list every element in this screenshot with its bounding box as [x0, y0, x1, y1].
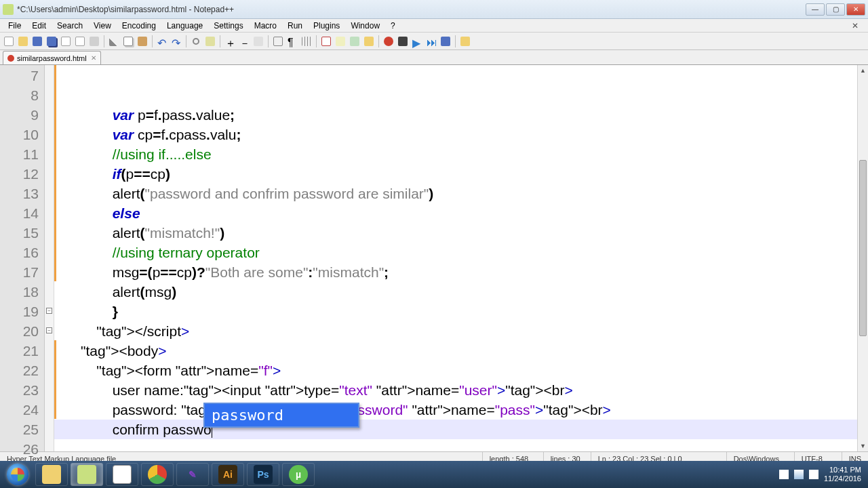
- undo-button[interactable]: ↶: [156, 35, 168, 47]
- menu-bar: FileEditSearchViewEncodingLanguageSettin…: [0, 19, 868, 33]
- redo-button[interactable]: ↷: [170, 35, 182, 47]
- find-button[interactable]: [190, 35, 202, 47]
- task-illustrator[interactable]: Ai: [212, 463, 244, 486]
- wordwrap-button[interactable]: [272, 35, 284, 47]
- stop-macro-button[interactable]: [397, 35, 409, 47]
- close-all-button[interactable]: [74, 35, 86, 47]
- folder-button[interactable]: [363, 35, 375, 47]
- cut-button[interactable]: [108, 35, 120, 47]
- tray-network-icon[interactable]: [794, 470, 804, 479]
- autocomplete-item[interactable]: password: [205, 404, 358, 426]
- code-line[interactable]: msg=(p==cp)?"Both are some":"mismatch";: [54, 262, 857, 282]
- code-line[interactable]: "tag"></script​>: [54, 321, 857, 341]
- code-line[interactable]: "tag"><form "attr">name="f">: [54, 361, 857, 380]
- code-line[interactable]: password: "tag"><input "attr">type="pass…: [54, 400, 857, 420]
- menu-language[interactable]: Language: [161, 20, 208, 32]
- code-line[interactable]: [54, 439, 857, 459]
- tab-close-icon[interactable]: ✕: [91, 54, 96, 62]
- code-line[interactable]: "tag"><body>: [54, 341, 857, 361]
- code-line[interactable]: confirm passwo: [54, 420, 857, 439]
- scroll-up-icon[interactable]: ▲: [858, 65, 868, 76]
- task-utorrent[interactable]: µ: [282, 463, 315, 486]
- tray-volume-icon[interactable]: [809, 470, 818, 479]
- zoom-out-button[interactable]: －: [238, 35, 250, 47]
- show-all-chars-button[interactable]: ¶: [286, 35, 298, 47]
- doc-map-button[interactable]: [334, 35, 347, 47]
- print-button[interactable]: [88, 35, 100, 47]
- menu-settings[interactable]: Settings: [208, 20, 248, 32]
- autocomplete-popup[interactable]: password: [203, 403, 359, 428]
- menu-file[interactable]: File: [3, 20, 26, 32]
- code-line[interactable]: alert("password and confrim password are…: [54, 184, 857, 203]
- editor: 7891011121314151617181920212223242526 −−…: [0, 65, 868, 451]
- menu-encoding[interactable]: Encoding: [117, 20, 161, 32]
- file-tab-label: similarpassword.html: [17, 54, 87, 62]
- taskbar: ✎ Ai Ps µ 10:41 PM 11/24/2016: [0, 461, 868, 488]
- menu-search[interactable]: Search: [52, 20, 88, 32]
- sync-v-button[interactable]: [252, 35, 264, 47]
- menu-run[interactable]: Run: [282, 20, 308, 32]
- zoom-in-button[interactable]: ＋: [224, 35, 236, 47]
- replace-button[interactable]: [204, 35, 216, 47]
- code-line[interactable]: var cp=f.cpass.valu;: [54, 125, 857, 144]
- tray-clock[interactable]: 10:41 PM 11/24/2016: [824, 466, 861, 483]
- code-line[interactable]: var p=f.pass.value;: [54, 105, 857, 125]
- start-button[interactable]: [3, 463, 33, 486]
- menu-plugins[interactable]: Plugins: [308, 20, 345, 32]
- tray-time: 10:41 PM: [824, 466, 861, 474]
- paste-button[interactable]: [136, 35, 149, 47]
- save-button[interactable]: [31, 35, 43, 47]
- file-tab[interactable]: similarpassword.html ✕: [3, 51, 101, 64]
- close-button[interactable]: ✕: [846, 3, 865, 16]
- fold-toggle[interactable]: −: [46, 327, 52, 333]
- window-title: *C:\Users\admin\Desktop\similarpassword.…: [17, 5, 806, 14]
- line-number-gutter: 7891011121314151617181920212223242526: [0, 65, 45, 451]
- menu-?[interactable]: ?: [385, 20, 401, 32]
- indent-guide-button[interactable]: [300, 35, 313, 47]
- task-paint[interactable]: ✎: [176, 463, 209, 486]
- task-explorer[interactable]: [35, 463, 68, 486]
- task-photoshop[interactable]: Ps: [247, 463, 279, 486]
- code-line[interactable]: //using if.....else: [54, 144, 857, 164]
- code-area[interactable]: var p=f.pass.value; var cp=f.cpass.valu;…: [54, 65, 857, 451]
- monitor-button[interactable]: [459, 35, 471, 47]
- task-notepad[interactable]: [106, 463, 138, 486]
- code-line[interactable]: user name:"tag"><input "attr">type="text…: [54, 380, 857, 400]
- code-line[interactable]: //using ternary operator: [54, 243, 857, 262]
- windows-orb-icon: [7, 464, 28, 485]
- copy-button[interactable]: [122, 35, 134, 47]
- menu-edit[interactable]: Edit: [26, 20, 52, 32]
- ln-button[interactable]: [320, 35, 332, 47]
- tray-flag-icon[interactable]: [779, 470, 789, 479]
- func-list-button[interactable]: [349, 35, 361, 47]
- menu-macro[interactable]: Macro: [249, 20, 282, 32]
- tab-bar: similarpassword.html ✕: [0, 50, 868, 65]
- play-macro-button[interactable]: ▶: [411, 35, 423, 47]
- code-line[interactable]: alert(msg): [54, 282, 857, 302]
- system-tray[interactable]: 10:41 PM 11/24/2016: [779, 466, 865, 483]
- code-line[interactable]: }: [54, 302, 857, 321]
- fold-toggle[interactable]: −: [46, 308, 52, 314]
- scroll-down-icon[interactable]: ▼: [858, 441, 868, 451]
- vertical-scrollbar[interactable]: ▲ ▼: [857, 65, 868, 451]
- task-chrome[interactable]: [141, 463, 174, 486]
- menu-view[interactable]: View: [88, 20, 117, 32]
- open-file-button[interactable]: [17, 35, 29, 47]
- record-macro-button[interactable]: [382, 35, 395, 47]
- save-macro-button[interactable]: [439, 35, 452, 47]
- code-line[interactable]: if(p==cp): [54, 164, 857, 184]
- tray-date: 11/24/2016: [824, 474, 861, 483]
- minimize-button[interactable]: —: [806, 3, 825, 16]
- task-notepadpp[interactable]: [71, 463, 103, 486]
- new-file-button[interactable]: [3, 35, 15, 47]
- close-file-button[interactable]: [60, 35, 72, 47]
- toolbar: ↶ ↷ ＋ － ¶ ▶ ⏭: [0, 33, 868, 50]
- code-line[interactable]: else: [54, 203, 857, 223]
- doc-close-icon[interactable]: ✕: [846, 20, 864, 32]
- code-line[interactable]: alert("mismatch!"): [54, 223, 857, 243]
- scroll-thumb[interactable]: [859, 160, 867, 336]
- save-all-button[interactable]: [45, 35, 58, 47]
- menu-window[interactable]: Window: [345, 20, 385, 32]
- maximize-button[interactable]: ▢: [826, 3, 845, 16]
- play-mult-button[interactable]: ⏭: [425, 35, 437, 47]
